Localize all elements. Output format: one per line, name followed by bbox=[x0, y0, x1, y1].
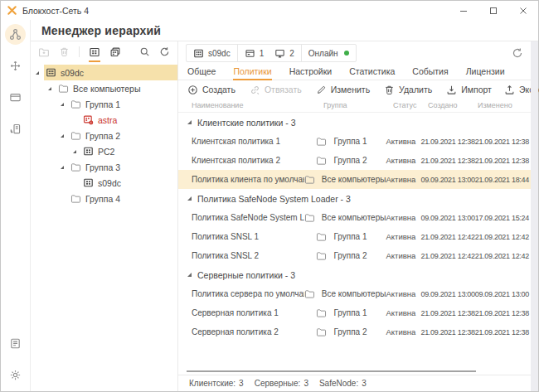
table-row[interactable]: Серверная политика 1Группа 1Активна21.09… bbox=[178, 303, 531, 322]
table-row[interactable]: Политика SNSL 1Группа 1Активна21.09.2021… bbox=[178, 227, 531, 246]
created-cell: 21.09.2021 12:38 bbox=[420, 138, 474, 146]
toolbar-divider bbox=[79, 46, 80, 57]
policy-group-cell: Группа 1 bbox=[316, 136, 386, 147]
tree-node[interactable]: s09dc bbox=[31, 175, 177, 191]
collapse-icon[interactable] bbox=[187, 120, 192, 124]
expand-icon[interactable] bbox=[60, 134, 69, 138]
folder-icon bbox=[70, 162, 81, 172]
expand-icon[interactable] bbox=[60, 166, 69, 169]
modified-cell: 21.09.2021 12:38 bbox=[475, 138, 529, 146]
tree-node-label: Все компьютеры bbox=[73, 84, 141, 94]
view-structure-button[interactable] bbox=[109, 41, 121, 62]
tree-node[interactable]: Группа 4 bbox=[31, 191, 177, 206]
delete-button[interactable]: Удалить bbox=[384, 85, 432, 95]
group-name: Все компьютеры bbox=[322, 175, 386, 184]
tree-node[interactable]: PC2 bbox=[31, 143, 177, 159]
table-row[interactable]: Клиентская политика 2Группа 2Активна21.0… bbox=[178, 151, 531, 170]
import-button[interactable]: Импорт bbox=[446, 85, 492, 95]
server-icon bbox=[46, 67, 56, 78]
sidebar-item-settings[interactable] bbox=[5, 365, 26, 385]
counters-segment[interactable]: 1 2 bbox=[237, 45, 301, 61]
status-cell: Активна bbox=[386, 327, 420, 336]
hierarchy-manager-icon bbox=[9, 28, 22, 41]
policy-group-cell: Все компьютеры bbox=[304, 174, 386, 185]
expand-icon[interactable] bbox=[60, 103, 69, 106]
tab-licenses[interactable]: Лицензии bbox=[466, 66, 505, 80]
settings-icon bbox=[9, 369, 22, 381]
policy-group-cell: Все компьютеры bbox=[304, 212, 386, 223]
policy-group-header[interactable]: Серверные политики - 3 bbox=[178, 265, 531, 284]
footer-counter: Серверные:3 bbox=[255, 379, 308, 388]
tab-general[interactable]: Общее bbox=[187, 66, 216, 80]
footer-counter-label: SafeNode: bbox=[319, 379, 358, 388]
policy-group-header[interactable]: Клиентские политики - 3 bbox=[178, 113, 531, 132]
window-title: Блокхост-Сеть 4 bbox=[22, 6, 89, 16]
sidebar-item-hierarchy-manager[interactable] bbox=[5, 24, 26, 45]
column-header[interactable]: Статус bbox=[393, 101, 428, 109]
column-header[interactable]: Наименование bbox=[187, 101, 323, 109]
table-row[interactable]: Политика клиента по умолчаниюВсе компьют… bbox=[178, 170, 531, 189]
tab-statistics[interactable]: Статистика bbox=[349, 66, 395, 80]
tree-node-body: Группа 3 bbox=[69, 159, 177, 175]
server-info-group: s09dc 1 2 Онлайн bbox=[186, 44, 357, 62]
tree-node[interactable]: Все компьютеры bbox=[31, 80, 177, 96]
collapse-icon[interactable] bbox=[187, 273, 192, 277]
tab-policies[interactable]: Политики bbox=[233, 66, 271, 80]
sidebar-item-configuration-manager[interactable] bbox=[5, 119, 26, 139]
table-row[interactable]: Серверная политика 2Группа 2Активна21.09… bbox=[178, 322, 531, 341]
toolbar-right-group: ИмпортЭкспорт bbox=[446, 85, 539, 95]
view-computers-button[interactable] bbox=[89, 41, 100, 62]
tab-settings[interactable]: Настройки bbox=[289, 66, 333, 80]
refresh-button[interactable] bbox=[159, 41, 170, 62]
expand-icon[interactable] bbox=[72, 150, 81, 153]
tree-node[interactable]: Группа 1 bbox=[31, 96, 177, 112]
table-row[interactable]: Клиентская политика 1Группа 1Активна21.0… bbox=[178, 132, 531, 151]
close-button[interactable] bbox=[508, 1, 538, 20]
create-group-button bbox=[38, 41, 50, 62]
tree-node-body: Группа 2 bbox=[69, 128, 177, 143]
tabs-bar: ОбщееПолитикиНастройкиСтатистикаСобытияЛ… bbox=[178, 64, 531, 80]
modified-cell: 09.09.2021 13:00 bbox=[475, 290, 529, 298]
horizontal-scrollbar[interactable] bbox=[187, 370, 476, 372]
sidebar-item-license-manager[interactable] bbox=[5, 87, 26, 108]
footer-counter-value: 3 bbox=[362, 379, 367, 388]
create-button[interactable]: Создать bbox=[187, 85, 236, 95]
modified-cell: 21.09.2021 18:44 bbox=[475, 176, 529, 184]
edit-button[interactable]: Изменить bbox=[316, 85, 370, 95]
deployment-manager-icon bbox=[9, 60, 22, 72]
group-name: Группа 1 bbox=[333, 232, 367, 241]
tree-node-label: s09dc bbox=[61, 68, 84, 78]
policy-group-cell: Группа 2 bbox=[316, 250, 386, 261]
policy-group-header[interactable]: Политика SafeNode System Loader - 3 bbox=[178, 189, 531, 208]
table-row[interactable]: Политика SNSL 2Группа 2Активна21.09.2021… bbox=[178, 246, 531, 265]
folder-icon bbox=[316, 231, 327, 242]
tree-node[interactable]: s09dc bbox=[31, 65, 177, 80]
group-name: Группа 1 bbox=[333, 137, 367, 146]
maximize-button[interactable] bbox=[478, 1, 508, 20]
refresh-button[interactable] bbox=[512, 47, 523, 59]
expand-icon[interactable] bbox=[35, 71, 44, 75]
expand-icon[interactable] bbox=[47, 87, 56, 90]
tree-node-body: Все компьютеры bbox=[56, 80, 177, 96]
tab-events[interactable]: События bbox=[412, 66, 448, 80]
table-row[interactable]: Политика сервера по умолчаниюВсе компьют… bbox=[178, 284, 531, 303]
tree-node[interactable]: Группа 3 bbox=[31, 159, 177, 175]
collapse-icon[interactable] bbox=[187, 196, 192, 201]
app-sidebar bbox=[1, 20, 31, 391]
column-header[interactable]: Группа bbox=[323, 101, 393, 109]
column-header[interactable]: Создано bbox=[428, 101, 478, 109]
minimize-button[interactable] bbox=[449, 1, 478, 20]
sidebar-item-journal[interactable] bbox=[5, 333, 26, 354]
tree-node[interactable]: astra bbox=[31, 112, 177, 128]
folder-icon bbox=[58, 83, 69, 94]
policy-name-cell: Серверная политика 2 bbox=[187, 327, 316, 336]
search-button[interactable] bbox=[139, 41, 150, 62]
table-row[interactable]: Политика SafeNode System Loader по умолч… bbox=[178, 208, 531, 227]
footer-counter-value: 3 bbox=[239, 379, 244, 388]
server-segment[interactable]: s09dc bbox=[187, 45, 237, 61]
folder-icon bbox=[70, 130, 81, 141]
tree-node-body: Группа 1 bbox=[69, 96, 177, 112]
tree-node[interactable]: Группа 2 bbox=[31, 128, 177, 143]
column-header[interactable]: Изменено bbox=[478, 101, 529, 109]
sidebar-item-deployment-manager[interactable] bbox=[5, 56, 26, 76]
